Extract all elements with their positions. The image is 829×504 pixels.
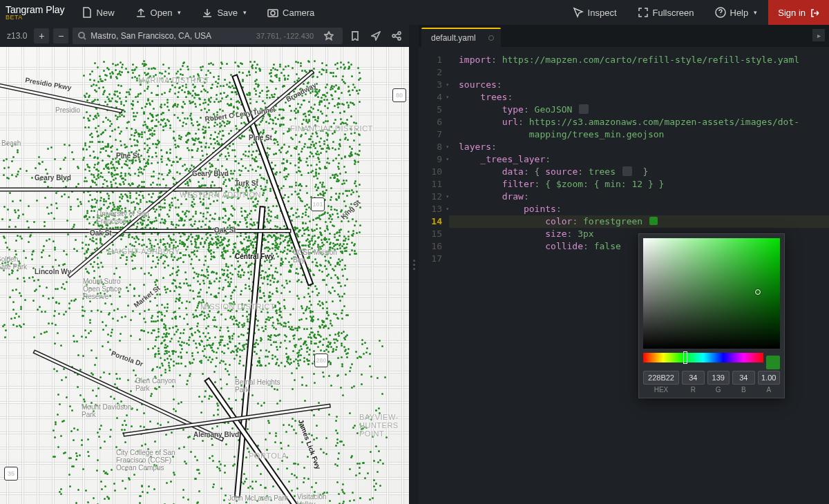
open-button[interactable]: Open▾ xyxy=(126,0,191,25)
label-western: WESTERN ADDITION xyxy=(180,191,261,199)
label-visitacion: Visitacion Valley xyxy=(297,493,345,504)
camera-label: Camera xyxy=(283,8,314,18)
gear-icon[interactable] xyxy=(622,166,632,176)
app-name: Tangram Play xyxy=(6,5,65,14)
g-input[interactable] xyxy=(707,371,730,385)
label-uofsf: University of San Francisco xyxy=(97,210,152,225)
color-swatch[interactable] xyxy=(649,217,658,225)
label-turk: Turk St xyxy=(235,180,258,187)
label-sutro: Mount Sutro Open Space Reserve xyxy=(83,278,138,300)
label-alemany: Alemany Blvd xyxy=(193,431,239,438)
a-label: A xyxy=(758,386,781,394)
label-portola-d: PORTOLA xyxy=(249,452,287,460)
label-pine2: Pine St xyxy=(249,134,272,142)
route-shield-35: 35 xyxy=(4,467,18,481)
upload-icon xyxy=(135,7,146,18)
label-bayview: BAYVIEW-HUNTERS POINT xyxy=(359,413,408,438)
hex-label: HEX xyxy=(643,386,679,394)
help-icon xyxy=(715,7,726,18)
new-button[interactable]: New xyxy=(72,0,124,25)
label-central: Central Fwy xyxy=(235,253,274,260)
r-input[interactable] xyxy=(682,371,705,385)
saturation-value-field[interactable] xyxy=(643,238,780,349)
camera-button[interactable]: Camera xyxy=(258,0,324,25)
label-haight: HAIGHT-ASHBURY xyxy=(108,247,180,255)
drag-dots-icon xyxy=(413,260,415,270)
search-input[interactable] xyxy=(90,31,251,41)
b-label: B xyxy=(732,386,755,394)
map-toolbar: z13.0 + − 37.761, -122.430 xyxy=(0,25,409,47)
line-gutter: 1234567891011121314151617 xyxy=(419,47,449,504)
tab-close-icon[interactable] xyxy=(488,35,494,41)
camera-icon xyxy=(267,7,278,18)
tab-label: default.yaml xyxy=(431,33,476,43)
svg-point-6 xyxy=(398,37,401,40)
sign-in-button[interactable]: Sign in xyxy=(768,0,829,25)
label-ggpark: Golden Gate Park xyxy=(0,255,30,271)
editor-pane: default.yaml ▸ 1234567891011121314151617… xyxy=(419,25,829,504)
help-label: Help xyxy=(730,8,749,18)
sign-in-icon xyxy=(810,8,819,17)
zoom-in-button[interactable]: + xyxy=(34,28,49,43)
tab-default-yaml[interactable]: default.yaml xyxy=(421,28,501,47)
label-financial: FINANCIAL DISTRICT xyxy=(290,124,373,133)
download-icon xyxy=(202,7,213,18)
coords-readout: 37.761, -122.430 xyxy=(256,32,316,40)
route-shield-101: 101 xyxy=(311,197,325,211)
label-bernal: Bernal Heights Park xyxy=(235,378,290,394)
hex-input[interactable] xyxy=(643,371,679,385)
inspect-button[interactable]: Inspect xyxy=(563,0,627,25)
hue-slider[interactable] xyxy=(643,353,763,362)
label-glen: Glen Canyon Park xyxy=(135,377,184,392)
b-input[interactable] xyxy=(732,371,755,385)
fullscreen-label: Fullscreen xyxy=(653,8,694,18)
label-presidio: Presidio xyxy=(55,106,80,114)
locate-icon[interactable] xyxy=(368,28,384,44)
fullscreen-button[interactable]: Fullscreen xyxy=(628,0,704,25)
map-pane[interactable]: // placeholder: grid drawn below via gen… xyxy=(0,25,409,504)
route-shield-280: 280 xyxy=(314,353,328,367)
bookmark-icon[interactable] xyxy=(347,28,363,44)
a-input[interactable] xyxy=(758,371,781,385)
label-davidson: Mount Davidson Park xyxy=(82,403,137,418)
label-beach: Beach xyxy=(1,139,21,147)
split-handle[interactable] xyxy=(409,25,419,504)
help-button[interactable]: Help▾ xyxy=(705,0,768,25)
svg-point-5 xyxy=(392,35,395,37)
route-shield-80: 80 xyxy=(392,88,406,102)
zoom-indicator: z13.0 xyxy=(4,31,30,41)
search-box[interactable]: 37.761, -122.430 xyxy=(73,28,343,44)
save-button[interactable]: Save▾ xyxy=(192,0,256,25)
search-icon xyxy=(78,32,86,40)
label-pine: Pine St xyxy=(116,152,140,159)
file-icon xyxy=(82,7,93,18)
label-ucsf: UCSF Mission Bay xyxy=(293,249,341,264)
beta-badge: BETA xyxy=(6,14,65,21)
collapse-editor-button[interactable]: ▸ xyxy=(812,29,825,41)
chevron-down-icon: ▾ xyxy=(243,9,247,16)
star-icon[interactable] xyxy=(321,28,337,44)
gear-icon[interactable] xyxy=(579,104,589,114)
map-canvas[interactable]: // placeholder: grid drawn below via gen… xyxy=(0,47,409,504)
label-oak: Oak St xyxy=(90,229,112,237)
svg-point-3 xyxy=(79,32,84,38)
save-label: Save xyxy=(217,8,238,18)
label-geary: Geary Blvd xyxy=(35,174,71,182)
app-logo: Tangram Play BETA xyxy=(6,5,70,21)
label-mission: MISSION DISTRICT xyxy=(200,302,275,311)
label-mclaren: John McLaren Park xyxy=(228,494,290,502)
label-marina: MARINA DISTRICT xyxy=(138,76,209,84)
share-icon[interactable] xyxy=(388,28,405,44)
color-picker[interactable]: × HEX R G B A xyxy=(638,233,785,398)
editor-tabs: default.yaml ▸ xyxy=(419,25,829,47)
chevron-down-icon: ▾ xyxy=(754,9,757,16)
label-oak2: Oak St xyxy=(214,226,236,234)
svg-point-4 xyxy=(398,32,401,35)
inspect-label: Inspect xyxy=(588,8,617,18)
new-label: New xyxy=(97,8,115,18)
hue-handle[interactable] xyxy=(683,351,687,364)
sv-handle[interactable] xyxy=(755,289,761,295)
current-color-swatch xyxy=(766,356,780,369)
open-label: Open xyxy=(151,8,173,18)
zoom-out-button[interactable]: − xyxy=(53,28,68,43)
